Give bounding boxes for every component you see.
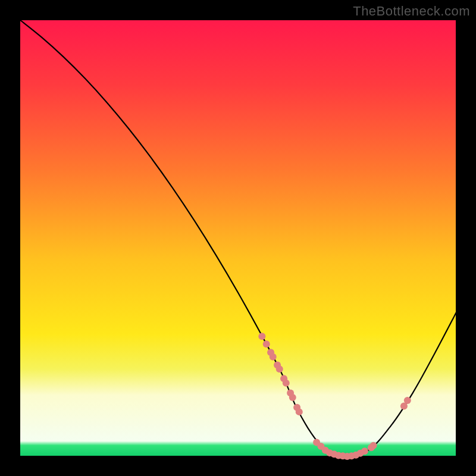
marker-point bbox=[361, 447, 368, 455]
plot-background bbox=[20, 20, 456, 456]
marker-point bbox=[270, 353, 277, 361]
chart-container: TheBottleneck.com bbox=[0, 0, 476, 476]
marker-point bbox=[404, 397, 411, 404]
marker-point bbox=[289, 394, 296, 401]
marker-point bbox=[258, 333, 265, 340]
bottleneck-chart bbox=[0, 0, 476, 476]
marker-point bbox=[283, 380, 290, 387]
marker-point bbox=[263, 340, 270, 347]
marker-point bbox=[276, 365, 283, 372]
marker-point bbox=[296, 408, 303, 415]
watermark-text: TheBottleneck.com bbox=[353, 4, 470, 19]
marker-point bbox=[370, 442, 377, 449]
